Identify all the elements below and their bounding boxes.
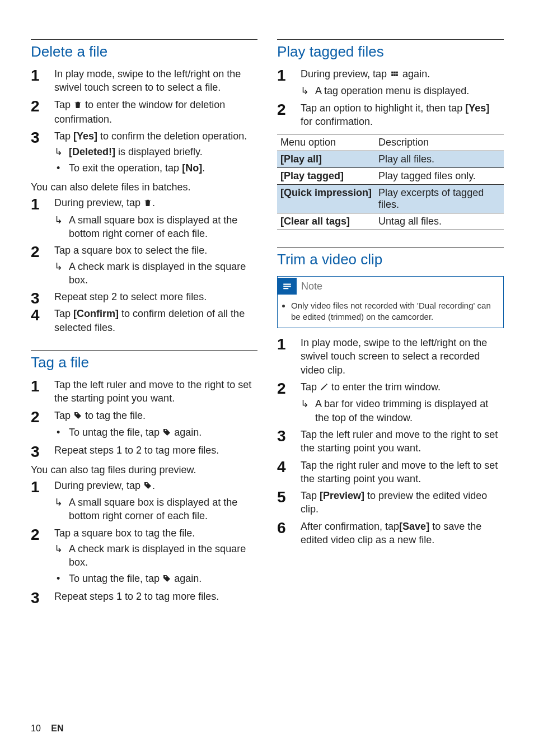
page-footer: 10 EN xyxy=(31,724,63,734)
ui-label: [Save] xyxy=(399,521,429,532)
language-code: EN xyxy=(51,724,63,733)
trash-icon xyxy=(143,197,152,211)
option-name: [Play tagged] xyxy=(277,168,375,185)
step: In play mode, swipe to the left/right on… xyxy=(277,336,504,377)
intermission-text: You can also tag files during preview. xyxy=(31,463,257,477)
table-row: [Clear all tags] Untag all files. xyxy=(277,213,504,230)
heading-play-tagged: Play tagged files xyxy=(277,43,504,60)
result-text: A small square box is displayed at the b… xyxy=(54,213,257,241)
step: Repeat step 2 to select more files. xyxy=(31,290,257,304)
table-row: [Play tagged] Play tagged files only. xyxy=(277,168,504,185)
intermission-text: You can also delete files in batches. xyxy=(31,180,257,194)
result-text: A check mark is displayed in the square … xyxy=(54,542,257,570)
note-text: Only video files not recorded with 'Dual… xyxy=(291,300,498,322)
tag-icon xyxy=(73,410,82,423)
tag-icon xyxy=(162,427,171,440)
step-text: to confirm the deletion operation. xyxy=(97,130,247,142)
section-rule xyxy=(31,350,257,351)
table-header: Menu option xyxy=(277,134,375,151)
step: During preview, tap again. A tag operati… xyxy=(277,67,504,98)
ui-label: [Confirm] xyxy=(73,308,119,319)
option-desc: Untag all files. xyxy=(375,213,504,230)
step: Tap an option to highlight it, then tap … xyxy=(277,101,504,129)
step: Tap [Preview] to preview the edited vide… xyxy=(277,489,504,516)
trim-steps: In play mode, swipe to the left/right on… xyxy=(277,336,504,547)
heading-delete-file: Delete a file xyxy=(31,43,257,60)
note-icon xyxy=(278,278,297,295)
tag-steps: Tap the left ruler and move to the right… xyxy=(31,378,257,457)
page-number: 10 xyxy=(31,724,41,733)
step: Tap to enter the trim window. A bar for … xyxy=(277,380,504,424)
step-text: Tap xyxy=(54,130,73,142)
option-desc: Play excerpts of tagged files. xyxy=(375,185,504,213)
trash-icon xyxy=(73,99,82,113)
tag-icon xyxy=(162,573,171,586)
ui-label: [No] xyxy=(182,162,202,174)
step: Tap a square box to tag the file. A chec… xyxy=(31,526,257,586)
step: Tap [Yes] to confirm the deletion operat… xyxy=(31,129,257,175)
step: Tap [Confirm] to confirm deletion of all… xyxy=(31,307,257,334)
tag-icon xyxy=(143,480,152,493)
ui-label: [Preview] xyxy=(320,490,364,501)
delete-batch-steps: During preview, tap . A small square box… xyxy=(31,196,257,334)
menu-options-table: Menu option Description [Play all] Play … xyxy=(277,134,504,230)
play-tagged-steps: During preview, tap again. A tag operati… xyxy=(277,67,504,128)
option-desc: Play all files. xyxy=(375,151,504,168)
hint-text: To untag the file, tap again. xyxy=(54,572,257,586)
step-text: Tap xyxy=(54,99,73,110)
option-desc: Play tagged files only. xyxy=(375,168,504,185)
step: Repeat steps 1 to 2 to tag more files. xyxy=(31,444,257,457)
right-column: Play tagged files During preview, tap ag… xyxy=(277,39,504,609)
result-text: A small square box is displayed at the b… xyxy=(54,496,257,523)
step: Tap the right ruler and move to the left… xyxy=(277,459,504,486)
left-column: Delete a file In play mode, swipe to the… xyxy=(31,39,257,609)
step: Repeat steps 1 to 2 to tag more files. xyxy=(31,590,257,603)
section-rule xyxy=(277,247,504,248)
hint-text: To untag the file, tap again. xyxy=(54,426,257,440)
table-row: [Play all] Play all files. xyxy=(277,151,504,168)
step-text: In play mode, swipe to the left/right on… xyxy=(54,68,241,93)
heading-trim-clip: Trim a video clip xyxy=(277,251,504,268)
section-rule xyxy=(277,39,504,40)
ui-label: [Yes] xyxy=(465,102,489,114)
result-text: A tag operation menu is displayed. xyxy=(301,84,504,97)
step: Tap to tag the file. To untag the file, … xyxy=(31,409,257,441)
ui-label: [Yes] xyxy=(73,130,97,142)
heading-tag-file: Tag a file xyxy=(31,354,257,371)
result-text: A bar for video trimming is displayed at… xyxy=(301,397,504,424)
result-text: A check mark is displayed in the square … xyxy=(54,260,257,287)
step: Tap the left ruler and move to the right… xyxy=(31,378,257,405)
option-name: [Quick impression] xyxy=(277,185,375,213)
ui-label: [Deleted!] xyxy=(69,146,115,157)
note-label: Note xyxy=(301,281,322,292)
section-rule xyxy=(31,39,257,40)
grid-icon xyxy=(390,68,400,82)
table-header: Description xyxy=(375,134,504,151)
step: During preview, tap . A small square box… xyxy=(31,479,257,523)
note-box: Note Only video files not recorded with … xyxy=(277,276,504,328)
step: Tap the left ruler and move to the right… xyxy=(277,428,504,455)
table-row: [Quick impression] Play excerpts of tagg… xyxy=(277,185,504,213)
option-name: [Play all] xyxy=(277,151,375,168)
delete-steps: In play mode, swipe to the left/right on… xyxy=(31,67,257,175)
step: In play mode, swipe to the left/right on… xyxy=(31,67,257,95)
step: During preview, tap . A small square box… xyxy=(31,196,257,240)
table-header-row: Menu option Description xyxy=(277,134,504,151)
option-name: [Clear all tags] xyxy=(277,213,375,230)
pen-icon xyxy=(320,381,329,395)
step: After confirmation, tap[Save] to save th… xyxy=(277,520,504,547)
result-text: [Deleted!] is displayed briefly. xyxy=(54,145,257,158)
step: Tap a square box to select the file. A c… xyxy=(31,244,257,287)
step: Tap to enter the window for deletion con… xyxy=(31,98,257,127)
hint-text: To exit the operation, tap [No]. xyxy=(54,161,257,175)
tag-preview-steps: During preview, tap . A small square box… xyxy=(31,479,257,603)
